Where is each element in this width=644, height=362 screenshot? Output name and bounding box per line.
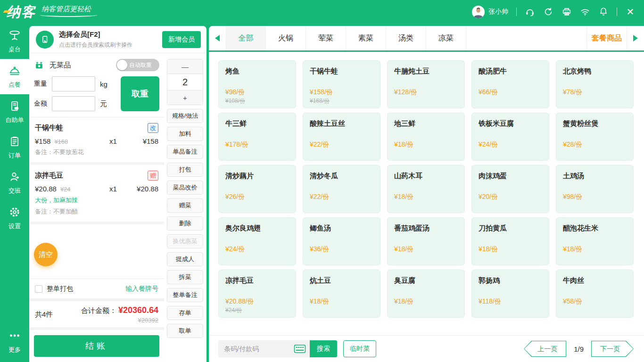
sidebar-item-settings[interactable]: 设置 (0, 200, 29, 236)
pack-whole-order-checkbox[interactable] (35, 285, 42, 293)
bell-icon[interactable] (598, 7, 609, 17)
menu-item-card[interactable]: 蟹黄粉丝煲¥28/份 (556, 113, 634, 161)
menu-item-card[interactable]: 郭扬鸡¥118/份 (471, 270, 549, 318)
tab-all[interactable]: 全部 (226, 26, 266, 50)
category-tabs-bar: 全部火锅荤菜素菜汤类凉菜 套餐商品 (209, 26, 644, 52)
brand-slogan: 纳客管店更轻松 (41, 5, 91, 14)
menu-item-card[interactable]: 炕土豆¥18/份 (303, 270, 380, 318)
tab-combo-products[interactable]: 套餐商品 (586, 26, 627, 50)
sync-icon[interactable] (543, 7, 553, 17)
user-account[interactable]: 张小帅 (472, 6, 508, 18)
member-select-bar[interactable]: 选择会员[F2] 点击进行会员搜索或刷卡操作 新增会员 (29, 26, 206, 53)
tabs-scroll-right-icon[interactable] (627, 26, 644, 50)
menu-item-price: ¥22/份 (310, 193, 373, 201)
menu-item-card[interactable]: 臭豆腐¥18/份 (387, 270, 465, 318)
printer-icon[interactable] (561, 7, 572, 17)
sidebar-item-shift[interactable]: 交班 (0, 165, 29, 200)
menu-item-name: 奥尔良鸡翅 (225, 224, 289, 233)
menu-item-card[interactable]: 酸汤肥牛¥66/份 (471, 60, 549, 108)
menu-item-card[interactable]: 凉拌毛豆¥20.88/份¥24/份 (218, 270, 296, 318)
menu-item-card[interactable]: 干锅牛蛙¥158/份¥168/份 (303, 60, 380, 108)
cart-item-name: 凉拌毛豆 (35, 171, 63, 180)
menu-item-card[interactable]: 山药木耳¥18/份 (387, 165, 465, 213)
qty-minus-button[interactable]: — (167, 59, 203, 74)
headset-icon[interactable] (525, 7, 535, 17)
action-spec-button[interactable]: 规格/做法 (167, 109, 203, 123)
auto-weigh-toggle[interactable]: 自动取重 (116, 59, 159, 71)
menu-item-original-price (225, 202, 289, 209)
action-item-note-button[interactable]: 单品备注 (167, 145, 203, 159)
action-commission-button[interactable]: 提成人 (167, 252, 203, 266)
menu-item-card[interactable]: 刀拍黄瓜¥18/份 (471, 217, 549, 265)
menu-item-card[interactable]: 牛三鲜¥178/份 (218, 113, 296, 161)
menu-item-original-price (225, 254, 289, 261)
tabs-scroll-left-icon[interactable] (209, 26, 226, 50)
sidebar-item-tables[interactable]: 桌台 (0, 24, 29, 59)
brand-logo: 纳客 纳客管店更轻松 (7, 1, 91, 23)
menu-item-name: 刀拍黄瓜 (479, 224, 542, 233)
action-order-note-button[interactable]: 整单备注 (167, 288, 203, 302)
action-reprice-button[interactable]: 菜品改价 (167, 181, 203, 195)
action-addon-button[interactable]: 加料 (167, 127, 203, 141)
shift-icon (8, 171, 21, 184)
menu-item-price: ¥18/份 (479, 245, 542, 254)
sidebar-item-orders[interactable]: 订单 (0, 130, 29, 165)
action-hold-button[interactable]: 存单 (167, 306, 203, 320)
amount-input[interactable] (52, 96, 95, 111)
tab-soup[interactable]: 汤类 (386, 26, 426, 50)
tab-meat[interactable]: 荤菜 (306, 26, 346, 50)
menu-item-card[interactable]: 番茄鸡蛋汤¥18/份 (387, 217, 465, 265)
menu-item-card[interactable]: 烤鱼¥98/份¥108/份 (218, 60, 296, 108)
action-gift-button[interactable]: 赠菜 (167, 198, 203, 213)
member-select-subtitle: 点击进行会员搜索或刷卡操作 (59, 41, 132, 49)
action-split-button[interactable]: 拆菜 (167, 270, 203, 284)
weight-input[interactable] (52, 76, 95, 91)
enter-table-number-link[interactable]: 输入餐牌号 (125, 285, 158, 293)
tab-veg[interactable]: 素菜 (346, 26, 386, 50)
keyboard-icon[interactable] (294, 344, 306, 354)
menu-item-card[interactable]: 地三鲜¥18/份 (387, 113, 465, 161)
next-page-button[interactable]: 下一页 (591, 341, 634, 357)
menu-item-card[interactable]: 北京烤鸭¥78/份 (556, 60, 634, 108)
sidebar-item-label: 交班 (8, 187, 21, 195)
menu-item-card[interactable]: 肉沫鸡蛋¥20/份 (471, 165, 549, 213)
cart-item[interactable]: 凉拌毛豆赠¥20.88¥24x1¥20.88大份，加麻加辣备注：不要加醋 (29, 165, 164, 224)
menu-item-card[interactable]: 奥尔良鸡翅¥24/份 (218, 217, 296, 265)
cart-item-badge[interactable]: 改 (148, 123, 158, 133)
qty-plus-button[interactable]: + (167, 90, 203, 105)
wifi-icon[interactable] (580, 7, 590, 17)
temp-dish-button[interactable]: 临时菜 (343, 340, 376, 357)
table-icon (8, 29, 21, 43)
take-weight-button[interactable]: 取重 (121, 76, 159, 111)
menu-item-card[interactable]: 铁板米豆腐¥24/份 (471, 113, 549, 161)
qty-value: 2 (167, 74, 203, 90)
prev-page-button[interactable]: 上一页 (524, 341, 566, 357)
menu-item-card[interactable]: 牛腩炖土豆¥128/份 (387, 60, 465, 108)
menu-item-card[interactable]: 鲫鱼汤¥36/份 (303, 217, 380, 265)
tab-hotpot[interactable]: 火锅 (266, 26, 306, 50)
cart-item-total: ¥158 (143, 137, 158, 145)
menu-item-name: 牛腩炖土豆 (394, 67, 458, 76)
menu-item-card[interactable]: 清炒藕片¥26/份 (218, 165, 296, 213)
menu-item-card[interactable]: 酸辣土豆丝¥22/份 (303, 113, 380, 161)
action-pack-button[interactable]: 打包 (167, 163, 203, 177)
search-button[interactable]: 搜索 (310, 340, 337, 357)
action-retrieve-button[interactable]: 取单 (167, 324, 203, 338)
order-panel: 选择会员[F2] 点击进行会员搜索或刷卡操作 新增会员 无菜品 自动取重 (29, 26, 206, 362)
menu-item-price: ¥128/份 (394, 88, 458, 97)
menu-item-card[interactable]: 醋泡花生米¥18/份 (556, 217, 634, 265)
clear-cart-button[interactable]: 清空 (34, 243, 58, 266)
sidebar-item-self-order[interactable]: 自助单 (0, 94, 29, 130)
cart-item-badge[interactable]: 赠 (148, 171, 158, 181)
sidebar-item-ordering[interactable]: 点餐 (0, 59, 29, 94)
menu-item-card[interactable]: 土鸡汤¥98/份 (556, 165, 634, 213)
action-delete-button[interactable]: 删除 (167, 216, 203, 230)
add-member-button[interactable]: 新增会员 (162, 31, 201, 48)
sidebar-item-more[interactable]: 更多 (0, 324, 29, 359)
checkout-button[interactable]: 结账 (34, 335, 159, 357)
cart-item[interactable]: 干锅牛蛙改¥158¥168x1¥158备注：不要放葱花 (29, 117, 164, 165)
close-icon[interactable]: ✕ (625, 7, 636, 17)
menu-item-card[interactable]: 牛肉丝¥58/份 (556, 270, 634, 318)
tab-cold[interactable]: 凉菜 (426, 26, 466, 50)
menu-item-card[interactable]: 清炒冬瓜¥22/份 (303, 165, 380, 213)
